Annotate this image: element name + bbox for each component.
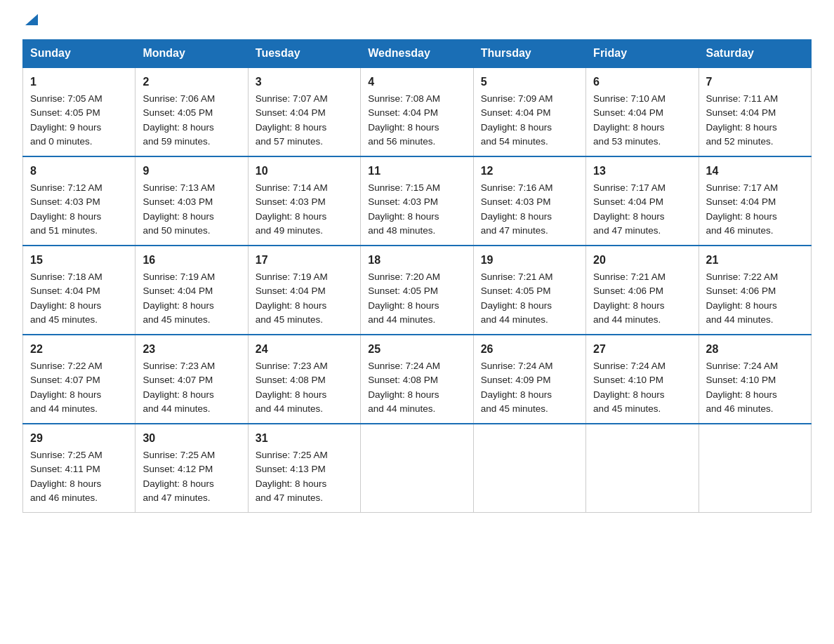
calendar-day-cell: 12Sunrise: 7:16 AMSunset: 4:03 PMDayligh… (473, 156, 585, 246)
daylight-minutes: and 50 minutes. (143, 225, 210, 236)
day-number: 2 (143, 74, 240, 90)
calendar-day-cell: 20Sunrise: 7:21 AMSunset: 4:06 PMDayligh… (586, 246, 699, 335)
sunrise-label: Sunrise: 7:25 AM (256, 450, 328, 460)
sunrise-label: Sunrise: 7:21 AM (481, 271, 553, 282)
daylight-label: Daylight: 8 hours (256, 211, 326, 222)
daylight-minutes: and 46 minutes. (706, 225, 774, 236)
daylight-minutes: and 47 minutes. (143, 492, 210, 503)
sunrise-label: Sunrise: 7:18 AM (30, 271, 102, 282)
sunrise-label: Sunrise: 7:22 AM (706, 271, 779, 282)
day-number: 20 (593, 252, 691, 269)
daylight-minutes: and 45 minutes. (143, 314, 210, 325)
day-number: 18 (368, 252, 465, 269)
sunrise-label: Sunrise: 7:21 AM (593, 271, 666, 282)
daylight-minutes: and 44 minutes. (368, 403, 435, 414)
daylight-minutes: and 44 minutes. (368, 314, 435, 325)
day-number: 9 (143, 163, 240, 180)
daylight-minutes: and 45 minutes. (481, 403, 548, 414)
sunrise-label: Sunrise: 7:23 AM (256, 361, 328, 371)
calendar-day-cell: 15Sunrise: 7:18 AMSunset: 4:04 PMDayligh… (23, 246, 135, 335)
daylight-minutes: and 54 minutes. (481, 136, 548, 147)
daylight-label: Daylight: 8 hours (593, 211, 664, 222)
column-header-friday: Friday (586, 40, 699, 68)
calendar-day-cell: 6Sunrise: 7:10 AMSunset: 4:04 PMDaylight… (586, 67, 699, 156)
calendar-day-cell: 31Sunrise: 7:25 AMSunset: 4:13 PMDayligh… (248, 424, 360, 513)
sunset-label: Sunset: 4:06 PM (706, 286, 776, 296)
sunset-label: Sunset: 4:04 PM (256, 107, 326, 118)
sunrise-label: Sunrise: 7:19 AM (256, 271, 328, 282)
calendar-week-row: 22Sunrise: 7:22 AMSunset: 4:07 PMDayligh… (23, 335, 812, 424)
sunrise-label: Sunrise: 7:25 AM (30, 450, 102, 460)
daylight-minutes: and 56 minutes. (368, 136, 435, 147)
calendar-day-cell (586, 424, 699, 513)
daylight-minutes: and 53 minutes. (593, 136, 661, 147)
sunrise-label: Sunrise: 7:17 AM (706, 182, 779, 193)
calendar-day-cell: 8Sunrise: 7:12 AMSunset: 4:03 PMDaylight… (23, 156, 135, 246)
daylight-label: Daylight: 8 hours (593, 389, 664, 400)
daylight-label: Daylight: 8 hours (256, 122, 326, 133)
sunrise-label: Sunrise: 7:09 AM (481, 93, 553, 104)
daylight-minutes: and 46 minutes. (706, 403, 774, 414)
calendar-day-cell (699, 424, 811, 513)
daylight-label: Daylight: 8 hours (30, 211, 101, 222)
sunrise-label: Sunrise: 7:08 AM (368, 93, 440, 104)
calendar-day-cell: 7Sunrise: 7:11 AMSunset: 4:04 PMDaylight… (699, 67, 811, 156)
sunset-label: Sunset: 4:04 PM (368, 107, 438, 118)
sunrise-label: Sunrise: 7:05 AM (30, 93, 102, 104)
calendar-day-cell: 14Sunrise: 7:17 AMSunset: 4:04 PMDayligh… (699, 156, 811, 246)
daylight-label: Daylight: 8 hours (368, 122, 439, 133)
column-header-tuesday: Tuesday (248, 40, 360, 68)
column-header-sunday: Sunday (23, 40, 135, 68)
daylight-minutes: and 45 minutes. (30, 314, 98, 325)
daylight-label: Daylight: 8 hours (368, 389, 439, 400)
daylight-minutes: and 0 minutes. (30, 136, 93, 147)
calendar-day-cell: 2Sunrise: 7:06 AMSunset: 4:05 PMDaylight… (135, 67, 248, 156)
sunset-label: Sunset: 4:05 PM (143, 107, 213, 118)
calendar-week-row: 8Sunrise: 7:12 AMSunset: 4:03 PMDaylight… (23, 156, 812, 246)
daylight-label: Daylight: 8 hours (368, 300, 439, 311)
calendar-day-cell: 3Sunrise: 7:07 AMSunset: 4:04 PMDaylight… (248, 67, 360, 156)
sunset-label: Sunset: 4:08 PM (256, 375, 326, 385)
day-number: 23 (143, 341, 240, 358)
sunset-label: Sunset: 4:08 PM (368, 375, 438, 385)
logo-triangle-icon (24, 13, 39, 28)
day-number: 13 (593, 163, 691, 180)
sunset-label: Sunset: 4:03 PM (256, 196, 326, 207)
column-header-saturday: Saturday (699, 40, 811, 68)
daylight-label: Daylight: 8 hours (481, 122, 552, 133)
calendar-day-cell: 25Sunrise: 7:24 AMSunset: 4:08 PMDayligh… (361, 335, 473, 424)
daylight-minutes: and 44 minutes. (256, 403, 323, 414)
calendar-day-cell: 21Sunrise: 7:22 AMSunset: 4:06 PMDayligh… (699, 246, 811, 335)
sunrise-label: Sunrise: 7:07 AM (256, 93, 328, 104)
daylight-label: Daylight: 8 hours (706, 122, 777, 133)
daylight-label: Daylight: 8 hours (706, 389, 777, 400)
daylight-label: Daylight: 8 hours (593, 122, 664, 133)
day-number: 28 (706, 341, 804, 358)
daylight-label: Daylight: 8 hours (143, 122, 213, 133)
sunrise-label: Sunrise: 7:24 AM (481, 361, 553, 371)
sunset-label: Sunset: 4:05 PM (368, 286, 438, 296)
daylight-label: Daylight: 8 hours (706, 211, 777, 222)
day-number: 3 (256, 74, 353, 90)
daylight-minutes: and 44 minutes. (481, 314, 548, 325)
daylight-minutes: and 51 minutes. (30, 225, 98, 236)
daylight-minutes: and 48 minutes. (368, 225, 435, 236)
sunrise-label: Sunrise: 7:24 AM (593, 361, 666, 371)
sunrise-label: Sunrise: 7:22 AM (30, 361, 102, 371)
daylight-minutes: and 47 minutes. (481, 225, 548, 236)
sunrise-label: Sunrise: 7:24 AM (706, 361, 779, 371)
sunset-label: Sunset: 4:09 PM (481, 375, 551, 385)
daylight-label: Daylight: 8 hours (256, 389, 326, 400)
daylight-label: Daylight: 8 hours (593, 300, 664, 311)
daylight-label: Daylight: 9 hours (30, 122, 101, 133)
day-number: 19 (481, 252, 578, 269)
day-number: 31 (256, 430, 353, 447)
daylight-label: Daylight: 8 hours (481, 300, 552, 311)
sunrise-label: Sunrise: 7:13 AM (143, 182, 215, 193)
sunset-label: Sunset: 4:07 PM (30, 375, 100, 385)
daylight-label: Daylight: 8 hours (143, 478, 213, 489)
sunset-label: Sunset: 4:07 PM (143, 375, 213, 385)
daylight-minutes: and 45 minutes. (256, 314, 323, 325)
sunset-label: Sunset: 4:11 PM (30, 464, 100, 474)
sunrise-label: Sunrise: 7:15 AM (368, 182, 440, 193)
